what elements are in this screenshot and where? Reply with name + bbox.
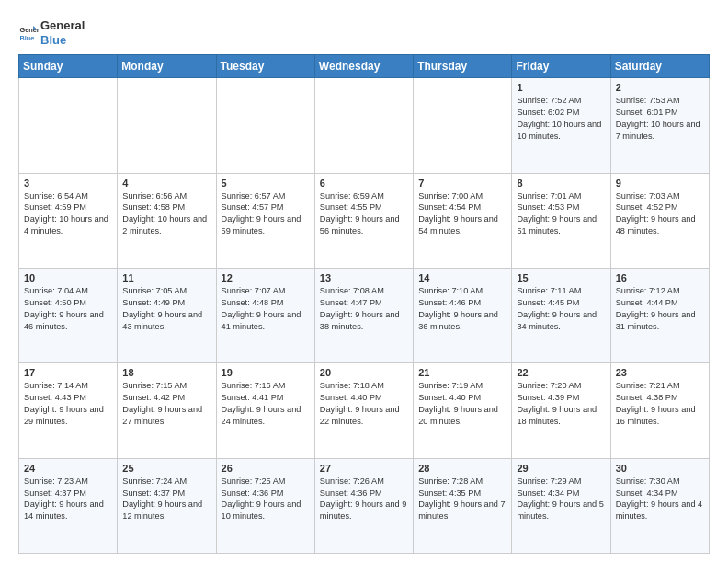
calendar-cell: 23Sunrise: 7:21 AM Sunset: 4:38 PM Dayli… <box>610 363 709 458</box>
calendar-cell: 5Sunrise: 6:57 AM Sunset: 4:57 PM Daylig… <box>216 173 314 268</box>
header: General Blue General Blue <box>18 15 710 47</box>
calendar-cell: 20Sunrise: 7:18 AM Sunset: 4:40 PM Dayli… <box>314 363 413 458</box>
cell-info: Sunrise: 7:15 AM Sunset: 4:42 PM Dayligh… <box>122 380 210 428</box>
day-number: 6 <box>320 178 408 189</box>
day-number: 19 <box>222 367 310 378</box>
day-number: 2 <box>616 82 704 93</box>
day-number: 18 <box>122 367 210 378</box>
calendar-week-0: 1Sunrise: 7:52 AM Sunset: 6:02 PM Daylig… <box>19 78 710 173</box>
day-number: 30 <box>616 463 704 474</box>
day-number: 24 <box>24 463 112 474</box>
calendar-cell: 6Sunrise: 6:59 AM Sunset: 4:55 PM Daylig… <box>314 173 413 268</box>
weekday-header-saturday: Saturday <box>610 55 709 78</box>
cell-info: Sunrise: 7:20 AM Sunset: 4:39 PM Dayligh… <box>517 380 605 428</box>
calendar-cell: 12Sunrise: 7:07 AM Sunset: 4:48 PM Dayli… <box>216 268 314 362</box>
svg-text:Blue: Blue <box>19 34 34 42</box>
cell-info: Sunrise: 6:59 AM Sunset: 4:55 PM Dayligh… <box>320 190 408 238</box>
day-number: 8 <box>517 178 605 189</box>
calendar-cell: 16Sunrise: 7:12 AM Sunset: 4:44 PM Dayli… <box>610 268 709 362</box>
calendar-week-3: 17Sunrise: 7:14 AM Sunset: 4:43 PM Dayli… <box>19 363 710 458</box>
calendar-cell <box>118 78 216 173</box>
calendar-cell <box>19 78 118 173</box>
calendar-cell: 8Sunrise: 7:01 AM Sunset: 4:53 PM Daylig… <box>512 173 610 268</box>
calendar-cell: 26Sunrise: 7:25 AM Sunset: 4:36 PM Dayli… <box>216 458 314 553</box>
calendar-header: SundayMondayTuesdayWednesdayThursdayFrid… <box>19 55 710 78</box>
day-number: 14 <box>418 272 506 283</box>
cell-info: Sunrise: 6:57 AM Sunset: 4:57 PM Dayligh… <box>222 190 310 238</box>
cell-info: Sunrise: 7:21 AM Sunset: 4:38 PM Dayligh… <box>616 380 704 428</box>
calendar-cell: 11Sunrise: 7:05 AM Sunset: 4:49 PM Dayli… <box>118 268 216 362</box>
cell-info: Sunrise: 7:14 AM Sunset: 4:43 PM Dayligh… <box>24 380 112 428</box>
day-number: 15 <box>517 272 605 283</box>
day-number: 27 <box>320 463 408 474</box>
cell-info: Sunrise: 7:04 AM Sunset: 4:50 PM Dayligh… <box>24 285 112 333</box>
cell-info: Sunrise: 7:01 AM Sunset: 4:53 PM Dayligh… <box>517 190 605 238</box>
logo-general: General <box>40 18 85 33</box>
day-number: 28 <box>418 463 506 474</box>
cell-info: Sunrise: 7:11 AM Sunset: 4:45 PM Dayligh… <box>517 285 605 333</box>
cell-info: Sunrise: 7:25 AM Sunset: 4:36 PM Dayligh… <box>222 476 310 523</box>
svg-text:General: General <box>19 26 39 34</box>
day-number: 29 <box>517 463 605 474</box>
logo: General Blue General Blue <box>18 18 85 47</box>
logo-icon: General Blue <box>18 23 39 43</box>
weekday-header-tuesday: Tuesday <box>216 55 314 78</box>
day-number: 20 <box>320 367 408 378</box>
calendar-cell: 9Sunrise: 7:03 AM Sunset: 4:52 PM Daylig… <box>610 173 709 268</box>
calendar-cell: 1Sunrise: 7:52 AM Sunset: 6:02 PM Daylig… <box>512 78 610 173</box>
cell-info: Sunrise: 7:24 AM Sunset: 4:37 PM Dayligh… <box>122 476 210 523</box>
calendar-cell: 25Sunrise: 7:24 AM Sunset: 4:37 PM Dayli… <box>118 458 216 553</box>
calendar-cell: 27Sunrise: 7:26 AM Sunset: 4:36 PM Dayli… <box>314 458 413 553</box>
calendar-cell: 14Sunrise: 7:10 AM Sunset: 4:46 PM Dayli… <box>414 268 512 362</box>
logo-blue: Blue <box>40 33 85 48</box>
calendar-body: 1Sunrise: 7:52 AM Sunset: 6:02 PM Daylig… <box>19 78 710 554</box>
calendar-cell: 4Sunrise: 6:56 AM Sunset: 4:58 PM Daylig… <box>118 173 216 268</box>
calendar-cell: 7Sunrise: 7:00 AM Sunset: 4:54 PM Daylig… <box>414 173 512 268</box>
page: General Blue General Blue SundayMondayTu… <box>0 0 728 563</box>
cell-info: Sunrise: 7:53 AM Sunset: 6:01 PM Dayligh… <box>616 95 704 143</box>
day-number: 4 <box>122 178 210 189</box>
calendar-cell: 24Sunrise: 7:23 AM Sunset: 4:37 PM Dayli… <box>19 458 118 553</box>
day-number: 11 <box>122 272 210 283</box>
calendar-cell: 22Sunrise: 7:20 AM Sunset: 4:39 PM Dayli… <box>512 363 610 458</box>
cell-info: Sunrise: 7:10 AM Sunset: 4:46 PM Dayligh… <box>418 285 506 333</box>
day-number: 1 <box>517 82 605 93</box>
calendar-cell: 15Sunrise: 7:11 AM Sunset: 4:45 PM Dayli… <box>512 268 610 362</box>
calendar-cell: 13Sunrise: 7:08 AM Sunset: 4:47 PM Dayli… <box>314 268 413 362</box>
day-number: 17 <box>24 367 112 378</box>
cell-info: Sunrise: 6:54 AM Sunset: 4:59 PM Dayligh… <box>24 190 112 238</box>
calendar-cell: 30Sunrise: 7:30 AM Sunset: 4:34 PM Dayli… <box>610 458 709 553</box>
cell-info: Sunrise: 7:52 AM Sunset: 6:02 PM Dayligh… <box>517 95 605 143</box>
weekday-header-thursday: Thursday <box>414 55 512 78</box>
weekday-header-wednesday: Wednesday <box>314 55 413 78</box>
cell-info: Sunrise: 7:23 AM Sunset: 4:37 PM Dayligh… <box>24 476 112 523</box>
cell-info: Sunrise: 6:56 AM Sunset: 4:58 PM Dayligh… <box>122 190 210 238</box>
calendar-cell: 21Sunrise: 7:19 AM Sunset: 4:40 PM Dayli… <box>414 363 512 458</box>
cell-info: Sunrise: 7:28 AM Sunset: 4:35 PM Dayligh… <box>418 476 506 523</box>
cell-info: Sunrise: 7:05 AM Sunset: 4:49 PM Dayligh… <box>122 285 210 333</box>
calendar-week-2: 10Sunrise: 7:04 AM Sunset: 4:50 PM Dayli… <box>19 268 710 362</box>
weekday-header-friday: Friday <box>512 55 610 78</box>
day-number: 7 <box>418 178 506 189</box>
calendar-cell: 28Sunrise: 7:28 AM Sunset: 4:35 PM Dayli… <box>414 458 512 553</box>
day-number: 13 <box>320 272 408 283</box>
cell-info: Sunrise: 7:19 AM Sunset: 4:40 PM Dayligh… <box>418 380 506 428</box>
cell-info: Sunrise: 7:29 AM Sunset: 4:34 PM Dayligh… <box>517 476 605 523</box>
calendar-week-4: 24Sunrise: 7:23 AM Sunset: 4:37 PM Dayli… <box>19 458 710 553</box>
calendar-cell: 2Sunrise: 7:53 AM Sunset: 6:01 PM Daylig… <box>610 78 709 173</box>
weekday-header-sunday: Sunday <box>19 55 118 78</box>
cell-info: Sunrise: 7:26 AM Sunset: 4:36 PM Dayligh… <box>320 476 408 523</box>
cell-info: Sunrise: 7:12 AM Sunset: 4:44 PM Dayligh… <box>616 285 704 333</box>
day-number: 3 <box>24 178 112 189</box>
day-number: 23 <box>616 367 704 378</box>
day-number: 9 <box>616 178 704 189</box>
calendar-cell: 17Sunrise: 7:14 AM Sunset: 4:43 PM Dayli… <box>19 363 118 458</box>
day-number: 5 <box>222 178 310 189</box>
cell-info: Sunrise: 7:07 AM Sunset: 4:48 PM Dayligh… <box>222 285 310 333</box>
calendar-cell <box>314 78 413 173</box>
day-number: 25 <box>122 463 210 474</box>
weekday-header-monday: Monday <box>118 55 216 78</box>
calendar-table: SundayMondayTuesdayWednesdayThursdayFrid… <box>18 54 710 554</box>
day-number: 10 <box>24 272 112 283</box>
calendar-cell: 3Sunrise: 6:54 AM Sunset: 4:59 PM Daylig… <box>19 173 118 268</box>
